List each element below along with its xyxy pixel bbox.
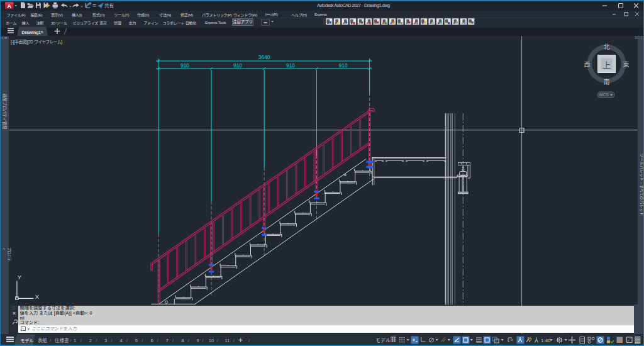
svg-text:表紙: 表紙 <box>38 337 47 343</box>
svg-text:仕様書: 仕様書 <box>55 337 69 343</box>
svg-text:モデル: モデル <box>21 338 34 343</box>
svg-text:1:40: 1:40 <box>541 338 551 343</box>
svg-text:モデル: モデル <box>375 337 391 343</box>
svg-text:/: / <box>50 338 52 343</box>
